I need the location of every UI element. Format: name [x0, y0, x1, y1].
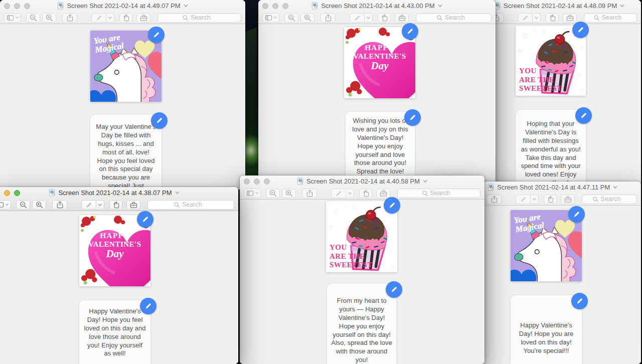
- minimize-button[interactable]: [4, 190, 10, 196]
- markup-dropdown-button[interactable]: [531, 195, 539, 204]
- markup-dropdown-button[interactable]: [106, 13, 114, 23]
- card-message: Happy Valentine's Day! Hope you feel lov…: [79, 300, 150, 362]
- document-view[interactable]: You areMagical May your Valentine's Day …: [0, 24, 245, 190]
- rotate-left-button[interactable]: [544, 195, 557, 204]
- markup-dropdown-button[interactable]: [96, 200, 104, 210]
- zoom-button[interactable]: [14, 190, 20, 196]
- pencil-icon: [154, 116, 164, 125]
- search-input[interactable]: [445, 14, 471, 21]
- markup-dropdown-button[interactable]: [533, 13, 541, 23]
- search-input[interactable]: [191, 14, 217, 21]
- zoom-in-button[interactable]: [282, 189, 296, 198]
- sidebar-toggle-button[interactable]: [244, 189, 261, 198]
- window-chrome: Screen Shot 2021-02-14 at 4.49.07 PM: [0, 0, 245, 24]
- document-view[interactable]: HAPPYVALENTINE'SDay Wishing you lots of …: [258, 24, 496, 191]
- share-button[interactable]: [62, 13, 77, 23]
- search-field[interactable]: [397, 189, 480, 198]
- preview-window-4.40.58: Screen Shot 2021-02-14 at 4.40.58 PM: [240, 175, 485, 364]
- zoom-button[interactable]: [282, 3, 288, 9]
- rotate-left-button[interactable]: [119, 13, 132, 23]
- document-view[interactable]: HAPPYVALENTINE'SDay Happy Valentine's Da…: [0, 211, 238, 364]
- valentine-card-heart: HAPPYVALENTINE'SDay: [344, 27, 415, 98]
- pencil-icon: [405, 27, 415, 36]
- markup-pencil-button[interactable]: [81, 200, 96, 210]
- sidebar-toggle-button[interactable]: [262, 13, 279, 23]
- edit-pencil-button: [148, 27, 165, 43]
- markup-toolbox-button[interactable]: [376, 189, 390, 198]
- markup-toolbox-button[interactable]: [561, 195, 575, 204]
- zoom-button[interactable]: [264, 178, 270, 185]
- edit-pencil-button: [151, 112, 168, 129]
- markup-pencil-button[interactable]: [350, 13, 365, 23]
- rotate-left-button[interactable]: [378, 13, 391, 23]
- zoom-out-button[interactable]: [16, 200, 30, 210]
- search-field[interactable]: [582, 195, 637, 204]
- search-input[interactable]: [601, 196, 627, 203]
- title-chevron-icon[interactable]: [183, 3, 189, 9]
- search-input[interactable]: [430, 190, 456, 197]
- title-bar[interactable]: Screen Shot 2021-02-14 at 4.43.00 PM: [258, 0, 496, 12]
- markup-pencil-button[interactable]: [91, 13, 106, 23]
- rotate-left-button[interactable]: [109, 200, 122, 210]
- document-view[interactable]: YOUARE THESWEETEST From my heart to your…: [240, 200, 485, 364]
- sidebar-toggle-button[interactable]: [0, 200, 11, 210]
- search-input[interactable]: [602, 14, 628, 21]
- markup-pencil-button[interactable]: [516, 195, 531, 204]
- rotate-left-button[interactable]: [546, 13, 559, 23]
- traffic-lights: [244, 175, 270, 187]
- share-button[interactable]: [487, 195, 502, 204]
- markup-toolbox-button[interactable]: [395, 13, 409, 23]
- close-button[interactable]: [244, 178, 250, 185]
- markup-toolbox-button[interactable]: [563, 13, 577, 23]
- markup-dropdown-button[interactable]: [346, 189, 354, 198]
- share-button[interactable]: [52, 200, 67, 210]
- zoom-out-button[interactable]: [266, 189, 280, 198]
- card-message: May your Valentine's Day be filled with …: [90, 115, 162, 190]
- minimize-button[interactable]: [254, 178, 260, 185]
- search-field[interactable]: [584, 13, 637, 23]
- markup-toolbox-button[interactable]: [126, 200, 140, 210]
- search-field[interactable]: [147, 200, 234, 210]
- search-field[interactable]: [157, 13, 241, 23]
- close-button[interactable]: [262, 3, 268, 9]
- title-chevron-icon[interactable]: [619, 3, 625, 9]
- title-bar[interactable]: Screen Shot 2021-02-14 at 4.49.07 PM: [0, 0, 245, 12]
- title-bar[interactable]: Screen Shot 2021-02-14 at 4.38.07 PM: [0, 187, 238, 199]
- message-bubble: May your Valentine's Day be filled with …: [90, 115, 162, 190]
- zoom-button[interactable]: [24, 3, 30, 9]
- close-button[interactable]: [4, 3, 10, 9]
- toolbar: [258, 12, 496, 24]
- window-chrome: Screen Shot 2021-02-14 at 4.38.07 PM: [0, 187, 238, 211]
- rotate-left-button[interactable]: [359, 189, 372, 198]
- zoom-in-button[interactable]: [300, 13, 314, 23]
- zoom-out-button[interactable]: [26, 13, 40, 23]
- share-button[interactable]: [320, 13, 336, 23]
- markup-pencil-button[interactable]: [331, 189, 346, 198]
- title-chevron-icon[interactable]: [175, 190, 180, 196]
- pencil-icon: [151, 30, 161, 40]
- card-message: Hoping that your Valentine's Day is fill…: [516, 110, 586, 192]
- zoom-in-button[interactable]: [32, 200, 46, 210]
- markup-toolbox-button[interactable]: [136, 13, 150, 23]
- valentine-card-cupcake: YOUARE THESWEETEST: [326, 201, 397, 272]
- minimize-button[interactable]: [14, 3, 20, 9]
- zoom-in-button[interactable]: [42, 13, 56, 23]
- document-icon: [296, 177, 304, 185]
- title-chevron-icon[interactable]: [422, 178, 428, 184]
- zoom-out-button[interactable]: [284, 13, 298, 23]
- share-button[interactable]: [302, 189, 317, 198]
- minimize-button[interactable]: [272, 3, 278, 9]
- edit-pencil-button: [402, 23, 418, 40]
- title-chevron-icon[interactable]: [612, 185, 618, 190]
- toolbar: [240, 187, 485, 199]
- title-chevron-icon[interactable]: [437, 3, 443, 9]
- markup-pencil-button[interactable]: [518, 13, 533, 23]
- edit-pencil-button: [572, 22, 589, 38]
- sidebar-toggle-button[interactable]: [4, 13, 21, 23]
- valentine-card-unicorn: You areMagical: [90, 31, 162, 102]
- title-bar[interactable]: Screen Shot 2021-02-14 at 4.40.58 PM: [240, 175, 485, 187]
- search-input[interactable]: [182, 201, 208, 208]
- search-field[interactable]: [416, 13, 492, 23]
- markup-dropdown-button[interactable]: [365, 13, 373, 23]
- window-chrome: Screen Shot 2021-02-14 at 4.43.00 PM: [258, 0, 496, 24]
